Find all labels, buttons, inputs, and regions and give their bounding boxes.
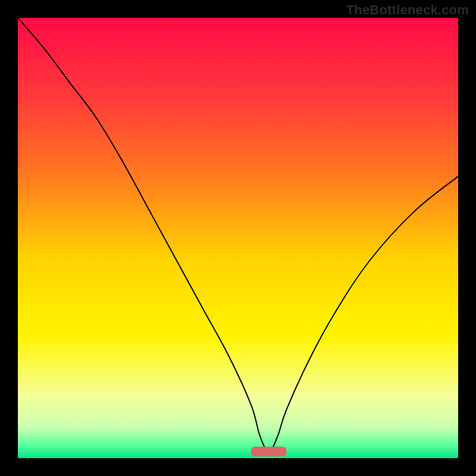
watermark-text: TheBottleneck.com [346, 2, 469, 18]
gradient-background [18, 18, 458, 458]
bottleneck-chart [18, 18, 458, 458]
optimal-marker [251, 447, 286, 456]
plot-area [18, 18, 458, 458]
chart-frame: TheBottleneck.com [0, 0, 476, 476]
